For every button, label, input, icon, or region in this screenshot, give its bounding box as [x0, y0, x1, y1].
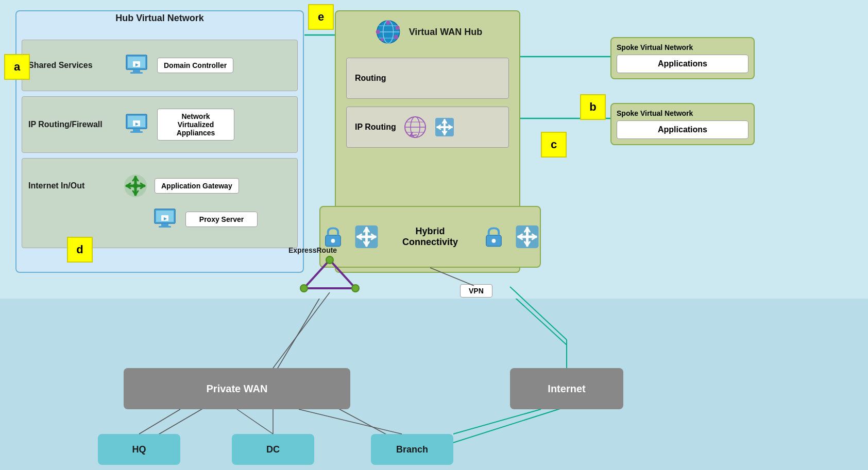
- hybrid-arrow-right-icon: [515, 224, 540, 250]
- hybrid-label: Hybrid Connectivity: [387, 226, 473, 248]
- label-c: c: [541, 132, 567, 158]
- svg-line-68: [273, 292, 330, 368]
- svg-point-43: [394, 35, 398, 39]
- svg-rect-30: [161, 223, 168, 226]
- svg-point-52: [331, 239, 335, 243]
- svg-line-71: [299, 409, 402, 434]
- private-wan-box: Private WAN: [124, 368, 350, 409]
- routing-label: Routing: [355, 74, 386, 83]
- svg-point-28: [133, 183, 138, 188]
- svg-point-40: [376, 30, 380, 34]
- shared-services-label: Shared Services: [28, 61, 121, 70]
- spoke-vnet-1-app: Applications: [617, 55, 748, 73]
- svg-point-58: [300, 285, 308, 292]
- ip-routing-firewall-row: IP Routing/Firewall Network Virtualized …: [22, 96, 298, 153]
- app-gateway-icon: [121, 171, 149, 200]
- spoke-vnet-2: Spoke Virtual Network Applications: [610, 103, 755, 145]
- shared-services-monitor-icon: [121, 50, 152, 81]
- vwan-hub-title: Virtual WAN Hub: [409, 27, 483, 38]
- ip-routing-firewall-label: IP Routing/Firewall: [28, 120, 121, 129]
- expressroute-label: ExpressRoute: [288, 246, 337, 254]
- network-virtualized-box: Network Virtualized Appliances: [157, 109, 234, 141]
- internet-inout-label: Internet In/Out: [28, 181, 121, 190]
- svg-rect-17: [130, 72, 143, 74]
- proxy-server-box: Proxy Server: [185, 212, 258, 227]
- vpn-box: VPN: [460, 284, 492, 298]
- spoke-vnet-1: Spoke Virtual Network Applications: [610, 37, 755, 79]
- spoke-vnet-1-title: Spoke Virtual Network: [617, 43, 748, 51]
- expressroute-triangle: [299, 255, 361, 296]
- hub-vnet-container: Hub Virtual Network Shared Services Doma…: [15, 10, 304, 273]
- ip-routing-vwan-label: IP Routing: [355, 123, 396, 132]
- svg-point-42: [396, 26, 400, 30]
- ip-routing-icon: [402, 114, 428, 140]
- svg-rect-22: [133, 129, 140, 131]
- svg-point-44: [381, 38, 384, 41]
- label-e: e: [308, 4, 334, 30]
- spoke-vnet-2-app: Applications: [617, 120, 748, 139]
- label-a: a: [4, 54, 30, 80]
- svg-line-9: [273, 299, 319, 376]
- shared-services-row: Shared Services Domain Controller: [22, 40, 298, 91]
- svg-line-72: [453, 409, 541, 434]
- hub-vnet-title: Hub Virtual Network: [111, 11, 208, 26]
- svg-point-55: [492, 239, 496, 243]
- hq-node: HQ: [98, 434, 180, 465]
- svg-point-59: [352, 285, 359, 292]
- svg-point-57: [326, 256, 333, 264]
- routing-box: Routing: [346, 58, 509, 99]
- hybrid-arrow-icon: [354, 224, 379, 250]
- internet-box: Internet: [510, 368, 623, 409]
- label-b: b: [580, 94, 606, 120]
- hybrid-lock-right-icon: [481, 224, 506, 250]
- proxy-monitor-icon: [149, 204, 180, 235]
- internet-inout-row: Internet In/Out Application Gateway: [22, 158, 298, 248]
- svg-point-41: [386, 21, 390, 25]
- ip-routing-arrow-icon: [434, 117, 455, 137]
- svg-rect-16: [133, 69, 140, 72]
- label-d: d: [67, 237, 93, 263]
- app-gateway-box: Application Gateway: [155, 178, 239, 194]
- globe-icon: [373, 16, 404, 47]
- svg-line-13: [448, 407, 567, 444]
- firewall-monitor-icon: [121, 109, 152, 140]
- ip-routing-vwan-box: IP Routing: [346, 107, 509, 148]
- svg-line-69: [139, 409, 180, 434]
- svg-rect-23: [130, 131, 143, 133]
- svg-rect-31: [159, 226, 171, 228]
- domain-controller-box: Domain Controller: [157, 58, 233, 73]
- spoke-vnet-2-title: Spoke Virtual Network: [617, 109, 748, 117]
- svg-line-70: [237, 409, 273, 434]
- vwan-title-area: Virtual WAN Hub: [373, 16, 483, 47]
- branch-node: Branch: [371, 434, 453, 465]
- dc-node: DC: [232, 434, 314, 465]
